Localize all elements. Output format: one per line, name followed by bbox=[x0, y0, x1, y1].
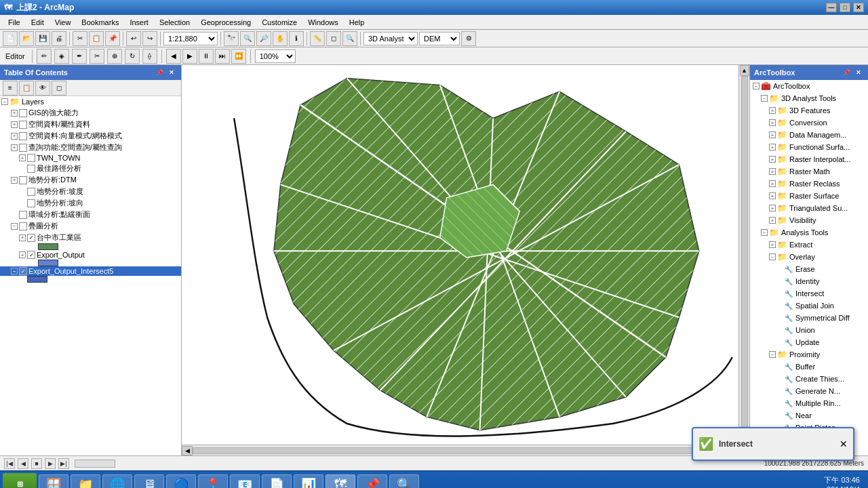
zoom-full-btn[interactable]: 🔭 bbox=[224, 31, 239, 46]
tb-thiessen[interactable]: 🔧 Create Thies... bbox=[750, 373, 868, 385]
taskbar-email[interactable]: 📧 bbox=[230, 474, 260, 489]
intersect5-cb[interactable] bbox=[19, 267, 27, 275]
cut-btn[interactable]: ✂ bbox=[73, 31, 87, 46]
identify-btn[interactable]: ℹ bbox=[289, 31, 304, 46]
status-stop-btn[interactable]: ■ bbox=[31, 458, 42, 469]
tb-rasterinterp[interactable]: + 📁 Raster Interpolat... bbox=[750, 153, 868, 165]
maximize-button[interactable]: □ bbox=[840, 3, 850, 12]
new-btn[interactable]: 📄 bbox=[3, 31, 18, 46]
toc-item-dtm[interactable]: + 地勢分析:DTM bbox=[0, 174, 181, 186]
tb-intersect[interactable]: 🔧 Intersect bbox=[750, 287, 868, 300]
toc-list-by-drawing-btn[interactable]: ≡ bbox=[3, 81, 18, 96]
analyst-select[interactable]: 3D Analyst bbox=[363, 32, 418, 45]
taskbar-browser[interactable]: 🌐 bbox=[102, 474, 132, 489]
nav-forward[interactable]: ⏭ bbox=[215, 49, 230, 64]
nav-pause[interactable]: ⏸ bbox=[199, 49, 214, 64]
merge-btn[interactable]: ⊕ bbox=[107, 49, 122, 64]
aspect-cb[interactable] bbox=[27, 199, 35, 207]
edit-tool-btn[interactable]: ✏ bbox=[37, 49, 52, 64]
toolbox-pin[interactable]: 📌 bbox=[841, 68, 852, 77]
dtm-cb[interactable] bbox=[19, 176, 27, 184]
visibility-expand[interactable]: + bbox=[769, 217, 776, 224]
menu-geoprocessing[interactable]: Geoprocessing bbox=[195, 17, 256, 28]
toc-list-by-source-btn[interactable]: 📋 bbox=[19, 81, 34, 96]
print-btn[interactable]: 🖨 bbox=[52, 31, 66, 46]
toc-item-gis[interactable]: + GIS的強大能力 bbox=[0, 107, 181, 119]
export-cb[interactable] bbox=[27, 251, 35, 259]
taskbar-ie[interactable]: 🪟 bbox=[39, 474, 68, 489]
select-btn[interactable]: ◻ bbox=[326, 31, 341, 46]
layers-expand[interactable]: − bbox=[1, 98, 8, 105]
nav-play[interactable]: ▶ bbox=[182, 49, 197, 64]
toc-item-vector[interactable]: + 空間資料:向量模式/網格模式 bbox=[0, 130, 181, 142]
paste-btn[interactable]: 📌 bbox=[105, 31, 120, 46]
tb-overlay[interactable]: − 📁 Overlay bbox=[750, 251, 868, 263]
rastermath-expand[interactable]: + bbox=[769, 168, 776, 175]
toc-item-aspect[interactable]: 地勢分析:坡向 bbox=[0, 197, 181, 209]
route-cb[interactable] bbox=[27, 165, 35, 173]
zoom-out-btn[interactable]: 🔎 bbox=[256, 31, 271, 46]
conversion-expand[interactable]: + bbox=[769, 119, 776, 126]
intersect5-expand[interactable]: + bbox=[11, 268, 18, 274]
tb-multiring[interactable]: 🔧 Multiple Rin... bbox=[750, 397, 868, 409]
rastersurface-expand[interactable]: + bbox=[769, 192, 776, 199]
extract-expand[interactable]: + bbox=[769, 241, 776, 248]
functional-expand[interactable]: + bbox=[769, 144, 776, 150]
sketch-btn[interactable]: ✒ bbox=[72, 49, 87, 64]
vector-cb[interactable] bbox=[19, 132, 27, 140]
status-scroll[interactable] bbox=[75, 460, 115, 468]
measure-btn[interactable]: 📏 bbox=[310, 31, 325, 46]
toc-item-export[interactable]: + Export_Output bbox=[0, 250, 181, 260]
tb-spatial-join[interactable]: 🔧 Spatial Join bbox=[750, 300, 868, 312]
twn-cb[interactable] bbox=[27, 154, 35, 162]
tb-symmetrical[interactable]: 🔧 Symmetrical Diff bbox=[750, 312, 868, 324]
toc-item-route[interactable]: 最佳路徑分析 bbox=[0, 163, 181, 174]
tb-near[interactable]: 🔧 Near bbox=[750, 409, 868, 422]
intersect-dialog-close[interactable]: ✕ bbox=[840, 439, 848, 449]
overlay-expand2[interactable]: − bbox=[769, 253, 776, 260]
spatial-expand[interactable]: + bbox=[11, 121, 18, 128]
vscroll-bar[interactable] bbox=[741, 76, 748, 434]
toc-list-by-visibility-btn[interactable]: 👁 bbox=[35, 81, 50, 96]
menu-customize[interactable]: Customize bbox=[256, 17, 302, 28]
taskbar-pin2[interactable]: 📌 bbox=[357, 474, 387, 489]
menu-help[interactable]: Help bbox=[344, 17, 370, 28]
taskbar-arcmap[interactable]: 🗺 bbox=[326, 474, 355, 489]
tb-3d-analyst[interactable]: − 📁 3D Analyst Tools bbox=[750, 92, 868, 104]
nav-last[interactable]: ⏩ bbox=[231, 49, 246, 64]
nav-back[interactable]: ◀ bbox=[166, 49, 181, 64]
taichung-cb[interactable] bbox=[27, 234, 35, 242]
tb-tin[interactable]: + 📁 Triangulated Su... bbox=[750, 202, 868, 214]
toc-list-by-selection-btn[interactable]: ◻ bbox=[52, 81, 66, 96]
tb-3dfeatures[interactable]: + 📁 3D Features bbox=[750, 104, 868, 117]
save-btn[interactable]: 💾 bbox=[35, 31, 50, 46]
cut-polygon-btn[interactable]: ✂ bbox=[90, 49, 104, 64]
rotate-btn[interactable]: ↻ bbox=[125, 49, 140, 64]
map-area[interactable]: ◀ ▶ ▲ ▼ bbox=[182, 65, 749, 455]
menu-windows[interactable]: Windows bbox=[302, 17, 344, 28]
tin-expand[interactable]: + bbox=[769, 205, 776, 211]
tb-datamgmt[interactable]: + 📁 Data Managem... bbox=[750, 129, 868, 141]
rasterinterp-expand[interactable]: + bbox=[769, 156, 776, 163]
toolbox-close[interactable]: ✕ bbox=[853, 68, 864, 77]
status-first-btn[interactable]: |◀ bbox=[4, 458, 15, 469]
menu-bookmarks[interactable]: Bookmarks bbox=[76, 17, 124, 28]
3d-expand[interactable]: − bbox=[761, 95, 768, 102]
undo-btn[interactable]: ↩ bbox=[126, 31, 141, 46]
tb-rasterreclass[interactable]: + 📁 Raster Reclass bbox=[750, 178, 868, 190]
vector-expand[interactable]: + bbox=[11, 133, 18, 140]
tb-arctoolbox[interactable]: − 🧰 ArcToolbox bbox=[750, 80, 868, 92]
taskbar-excel[interactable]: 📊 bbox=[294, 474, 323, 489]
tb-rastermath[interactable]: + 📁 Raster Math bbox=[750, 165, 868, 178]
toc-item-intersect5[interactable]: + Export_Output_Intersect5 bbox=[0, 266, 181, 276]
taskbar-search[interactable]: 🔍 bbox=[389, 474, 419, 489]
tb-proximity[interactable]: − 📁 Proximity bbox=[750, 348, 868, 361]
pan-btn[interactable]: ✋ bbox=[273, 31, 288, 46]
toc-item-taichung[interactable]: + 台中市工業區 bbox=[0, 232, 181, 243]
close-button[interactable]: ✕ bbox=[853, 3, 864, 12]
toc-item-overlay[interactable]: − 疊圖分析 bbox=[0, 220, 181, 232]
analysis-expand[interactable]: − bbox=[761, 229, 768, 236]
toc-close-btn[interactable]: ✕ bbox=[166, 68, 177, 77]
hscroll-left[interactable]: ◀ bbox=[182, 446, 193, 455]
toc-item-spatial-data[interactable]: + 空間資料/屬性資料 bbox=[0, 119, 181, 130]
